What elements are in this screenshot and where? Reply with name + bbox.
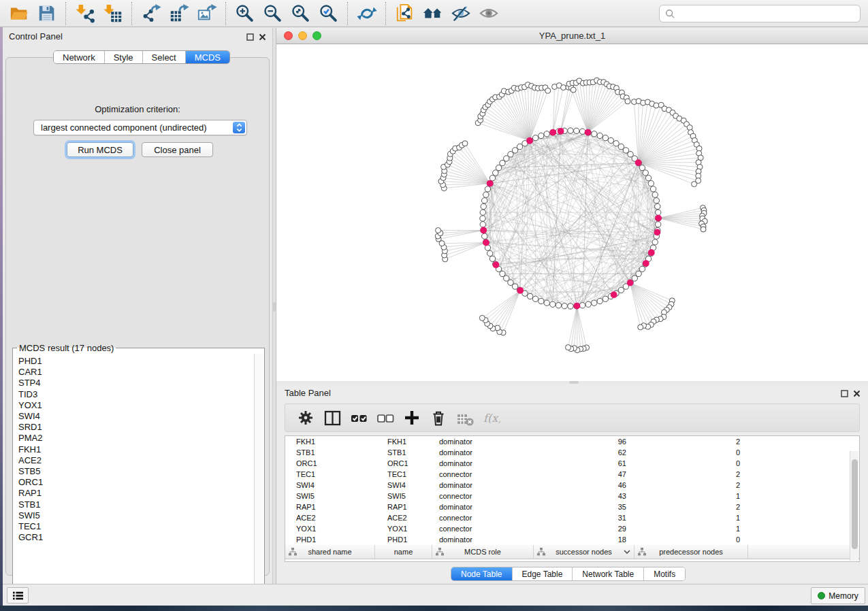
cell-MCDS-role: dominator — [432, 535, 534, 544]
column-header-predecessor-nodes[interactable]: predecessor nodes — [634, 545, 748, 559]
mcds-result-scrollbar[interactable] — [254, 354, 263, 594]
tab-motifs[interactable]: Motifs — [644, 567, 685, 580]
import-table-icon[interactable] — [101, 2, 124, 24]
table-row[interactable]: SWI4SWI4dominator462 — [285, 480, 859, 491]
table-scrollbar[interactable] — [850, 451, 858, 561]
criterion-select[interactable]: largest connected component (undirected) — [33, 120, 247, 135]
table-settings-icon[interactable] — [296, 408, 315, 427]
export-table-icon[interactable] — [167, 2, 190, 24]
cell-successor-nodes: 43 — [534, 492, 634, 500]
mcds-result-item[interactable]: TID3 — [18, 389, 254, 400]
vertical-splitter-grip[interactable] — [273, 302, 276, 312]
mcds-result-item[interactable]: SWI4 — [18, 411, 254, 422]
cell-successor-nodes: 29 — [534, 525, 634, 533]
cell-MCDS-role: dominator — [432, 448, 534, 457]
cell-predecessor-nodes: 0 — [634, 448, 748, 457]
horizontal-splitter-grip[interactable] — [569, 381, 579, 384]
cell-name: PHD1 — [375, 535, 432, 544]
close-table-panel-icon[interactable] — [852, 389, 861, 398]
column-header-successor-nodes[interactable]: successor nodes — [534, 545, 634, 559]
mcds-result-box: MCDS result (17 nodes) PHD1CAR1STP4TID3Y… — [12, 343, 265, 595]
column-browser-icon[interactable] — [323, 408, 342, 427]
tab-select[interactable]: Select — [143, 51, 186, 63]
mcds-result-item[interactable]: ORC1 — [18, 477, 254, 488]
table-row[interactable]: PHD1PHD1dominator180 — [285, 534, 859, 545]
window-zoom-button[interactable] — [312, 31, 321, 40]
cell-predecessor-nodes: 2 — [634, 481, 748, 489]
mcds-result-item[interactable]: PHD1 — [18, 356, 254, 367]
mcds-result-item[interactable]: CAR1 — [18, 367, 254, 378]
control-panel-tab-bar: NetworkStyleSelectMCDS — [53, 50, 230, 64]
application-window: Control Panel NetworkStyleSelectMCDS Opt… — [0, 0, 868, 611]
tab-network-table[interactable]: Network Table — [573, 567, 644, 580]
mcds-result-item[interactable]: SWI5 — [18, 510, 254, 521]
zoom-fit-icon[interactable] — [289, 2, 312, 24]
table-row[interactable]: RAP1RAP1dominator352 — [285, 501, 859, 512]
save-session-icon[interactable] — [35, 2, 58, 24]
list-menu-icon — [12, 591, 24, 601]
float-panel-icon[interactable] — [245, 32, 255, 42]
cell-predecessor-nodes: 0 — [634, 535, 748, 544]
search-box — [659, 5, 861, 22]
delete-column-icon[interactable] — [429, 408, 448, 427]
table-row[interactable]: SWI5SWI5connector431 — [285, 491, 859, 501]
column-header-name[interactable]: name — [375, 545, 432, 559]
table-row[interactable]: TEC1TEC1connector472 — [285, 469, 859, 480]
mcds-result-item[interactable]: GCR1 — [18, 532, 254, 543]
mcds-result-item[interactable]: YOX1 — [18, 400, 254, 411]
tab-node-table[interactable]: Node Table — [451, 567, 513, 580]
table-row[interactable]: ACE2ACE2connector311 — [285, 512, 859, 523]
window-close-button[interactable] — [284, 31, 293, 40]
mcds-result-item[interactable]: SRD1 — [18, 422, 254, 433]
mcds-result-item[interactable]: PMA2 — [18, 433, 254, 444]
control-panel-title: Control Panel — [9, 31, 63, 42]
search-input[interactable] — [679, 9, 854, 18]
zoom-out-icon[interactable] — [261, 2, 284, 24]
mcds-result-item[interactable]: ACE2 — [18, 455, 254, 466]
window-minimize-button[interactable] — [298, 31, 307, 40]
first-neighbors-icon[interactable] — [421, 2, 444, 24]
float-table-panel-icon[interactable] — [839, 389, 849, 398]
tab-style[interactable]: Style — [105, 51, 143, 63]
tab-edge-table[interactable]: Edge Table — [513, 567, 573, 580]
close-panel-icon[interactable] — [257, 32, 267, 42]
show-all-icon[interactable] — [477, 2, 500, 24]
mcds-result-item[interactable]: RAP1 — [18, 488, 254, 499]
zoom-selected-icon[interactable] — [317, 2, 340, 24]
deselect-all-rows-icon[interactable] — [376, 408, 395, 427]
memory-button[interactable]: Memory — [811, 587, 865, 604]
tab-network[interactable]: Network — [54, 51, 105, 63]
hide-selected-icon[interactable] — [449, 2, 472, 24]
mcds-result-item[interactable]: STB1 — [18, 499, 254, 510]
run-mcds-button[interactable]: Run MCDS — [67, 142, 133, 157]
tab-mcds[interactable]: MCDS — [186, 51, 229, 63]
table-row[interactable]: FKH1FKH1dominator962 — [285, 436, 859, 447]
zoom-in-icon[interactable] — [234, 2, 256, 24]
table-row[interactable]: ORC1ORC1dominator610 — [285, 458, 859, 469]
select-all-rows-icon[interactable] — [349, 408, 368, 427]
mcds-result-item[interactable]: TEC1 — [18, 521, 254, 532]
mcds-result-list[interactable]: PHD1CAR1STP4TID3YOX1SWI4SRD1PMA2FKH1ACE2… — [14, 354, 254, 594]
mcds-result-item[interactable]: STB5 — [18, 466, 254, 477]
table-row[interactable]: STB1STB1dominator620 — [285, 447, 859, 458]
toolbar-group — [0, 2, 65, 25]
network-window-titlebar[interactable]: YPA_prune.txt_1 — [276, 28, 868, 44]
mcds-result-item[interactable]: STP4 — [18, 378, 254, 389]
add-column-icon[interactable] — [402, 408, 421, 427]
mcds-result-item[interactable]: FKH1 — [18, 444, 254, 455]
apply-layout-icon[interactable] — [355, 2, 378, 24]
table-scrollbar-thumb[interactable] — [852, 459, 858, 549]
open-session-icon[interactable] — [7, 2, 30, 24]
column-header-MCDS-role[interactable]: MCDS role — [432, 545, 534, 559]
close-panel-button[interactable]: Close panel — [142, 142, 213, 157]
cell-predecessor-nodes: 2 — [634, 503, 748, 511]
automation-menu-button[interactable] — [7, 587, 29, 604]
import-network-icon[interactable] — [74, 2, 96, 24]
network-file-icon[interactable] — [393, 2, 416, 24]
cell-predecessor-nodes: 1 — [634, 525, 748, 533]
export-network-icon[interactable] — [140, 2, 162, 24]
network-canvas[interactable] — [276, 44, 868, 381]
export-image-icon[interactable] — [195, 2, 218, 24]
column-header-shared-name[interactable]: shared name — [285, 545, 375, 559]
table-row[interactable]: YOX1YOX1connector291 — [285, 523, 859, 534]
